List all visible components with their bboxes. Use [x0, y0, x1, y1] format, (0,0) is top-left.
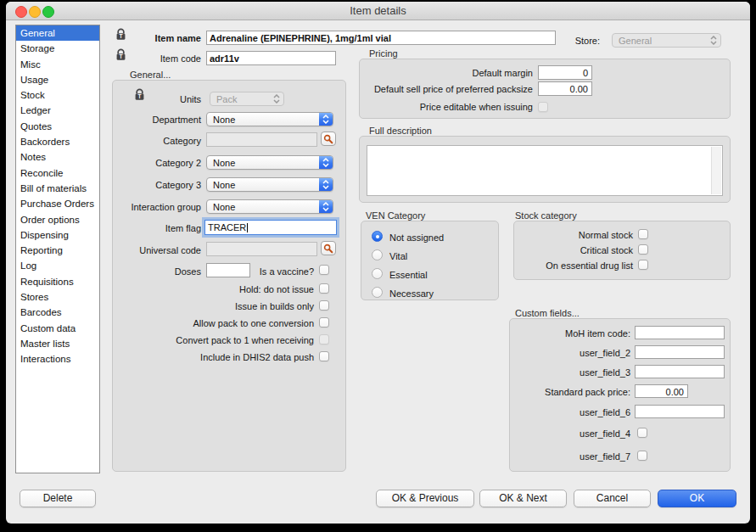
interaction-group-label: Interaction group — [108, 202, 201, 212]
normal-stock-checkbox[interactable] — [638, 229, 648, 239]
store-label: Store: — [553, 36, 600, 46]
ven-not-assigned-radio[interactable] — [372, 231, 383, 242]
sidebar-item-ledger[interactable]: Ledger — [16, 103, 99, 118]
item-code-field[interactable]: adr11v — [206, 51, 336, 65]
user-field-3-label: user_field_3 — [507, 367, 630, 378]
user-field-6-field[interactable] — [635, 405, 725, 418]
sidebar-item-requisitions[interactable]: Requisitions — [16, 274, 99, 289]
standard-pack-price-field[interactable]: 0.00 — [635, 384, 688, 398]
doses-label: Doses — [115, 266, 201, 277]
units-select: Pack — [210, 92, 284, 106]
default-sell-price-label: Default sell price of preferred packsize — [337, 84, 533, 94]
sidebar-item-order-options[interactable]: Order options — [16, 212, 99, 227]
ven-necessary-radio[interactable] — [372, 287, 383, 298]
sidebar-item-log[interactable]: Log — [16, 258, 99, 273]
department-label: Department — [115, 115, 201, 125]
sidebar-item-reporting[interactable]: Reporting — [16, 243, 99, 258]
universal-code-search-button[interactable] — [321, 241, 336, 255]
user-field-3-field[interactable] — [635, 365, 725, 378]
default-sell-price-field[interactable]: 0.00 — [538, 81, 592, 96]
scrollbar[interactable] — [711, 147, 721, 194]
is-a-vaccine-checkbox[interactable] — [319, 265, 329, 275]
sidebar-item-bill-of-materials[interactable]: Bill of materials — [16, 181, 99, 196]
ven-essential-label: Essential — [389, 270, 428, 280]
sidebar-item-reconcile[interactable]: Reconcile — [16, 165, 99, 181]
sidebar-item-custom-data[interactable]: Custom data — [16, 321, 99, 336]
magnifier-icon — [323, 134, 333, 144]
sidebar-item-quotes[interactable]: Quotes — [16, 119, 99, 134]
hold-do-not-issue-checkbox[interactable] — [319, 283, 329, 294]
category2-select[interactable]: None — [206, 155, 333, 170]
ven-not-assigned-label: Not assigned — [389, 232, 444, 243]
category-search-button[interactable] — [321, 132, 336, 146]
titlebar: Item details — [6, 2, 750, 20]
default-margin-field[interactable]: 0 — [538, 65, 592, 80]
category3-select[interactable]: None — [206, 177, 333, 192]
item-name-label: Item name — [116, 33, 201, 43]
sidebar-item-stores[interactable]: Stores — [16, 289, 99, 305]
user-field-7-checkbox[interactable] — [637, 451, 647, 461]
sidebar-item-storage[interactable]: Storage — [16, 41, 99, 56]
item-code-label: Item code — [116, 53, 201, 64]
universal-code-label: Universal code — [115, 245, 201, 255]
item-details-window: Item details General Storage Misc Usage … — [6, 2, 750, 524]
sidebar-item-barcodes[interactable]: Barcodes — [16, 305, 99, 320]
moh-item-code-field[interactable] — [635, 326, 725, 339]
stepper-icon — [319, 200, 333, 213]
sidebar-item-dispensing[interactable]: Dispensing — [16, 227, 99, 243]
sidebar-tab-list: General Storage Misc Usage Stock Ledger … — [15, 25, 100, 473]
user-field-4-checkbox[interactable] — [637, 428, 647, 438]
is-a-vaccine-label: Is a vaccine? — [218, 266, 314, 277]
user-field-6-label: user_field_6 — [507, 407, 630, 417]
item-flag-label: Item flag — [115, 223, 201, 233]
sidebar-item-general[interactable]: General — [16, 25, 99, 41]
ven-vital-radio[interactable] — [372, 249, 383, 260]
sidebar-item-master-lists[interactable]: Master lists — [16, 336, 99, 351]
standard-pack-price-label: Standard pack price: — [507, 387, 630, 397]
stock-category-title: Stock category — [515, 210, 577, 221]
full-description-title: Full description — [369, 126, 432, 136]
sidebar-item-notes[interactable]: Notes — [16, 149, 99, 165]
item-flag-field[interactable]: TRACER — [204, 220, 337, 235]
category-label: Category — [115, 136, 201, 146]
text-cursor — [247, 223, 248, 232]
user-field-2-field[interactable] — [635, 345, 725, 359]
critical-stock-checkbox[interactable] — [638, 244, 648, 255]
full-description-textarea[interactable] — [367, 145, 723, 196]
ok-next-button[interactable]: OK & Next — [479, 490, 567, 507]
sidebar-item-misc[interactable]: Misc — [16, 57, 99, 72]
on-essential-drug-list-label: On essential drug list — [515, 260, 633, 271]
ok-previous-button[interactable]: OK & Previous — [376, 490, 474, 507]
ven-essential-radio[interactable] — [372, 268, 383, 279]
user-field-2-label: user_field_2 — [507, 348, 630, 358]
sidebar-item-interactions[interactable]: Interactions — [16, 351, 99, 367]
stepper-icon — [319, 178, 333, 191]
cancel-button[interactable]: Cancel — [574, 490, 651, 507]
pricing-section-title: Pricing — [369, 48, 398, 59]
general-section-title: General... — [130, 70, 171, 80]
allow-pack-to-one-conversion-checkbox[interactable] — [319, 317, 329, 328]
sidebar-item-backorders[interactable]: Backorders — [16, 134, 99, 149]
item-name-field[interactable]: Adrenaline (EPINEPHRINE), 1mg/1ml vial — [206, 31, 556, 45]
sidebar-item-usage[interactable]: Usage — [16, 72, 99, 87]
ven-necessary-label: Necessary — [389, 288, 434, 299]
stepper-icon — [319, 156, 333, 169]
sidebar-item-stock[interactable]: Stock — [16, 87, 99, 103]
window-title: Item details — [6, 4, 750, 17]
sidebar-item-purchase-orders[interactable]: Purchase Orders — [16, 196, 99, 211]
ok-button[interactable]: OK — [658, 490, 736, 507]
on-essential-drug-list-checkbox[interactable] — [638, 260, 648, 270]
include-in-dhis2-checkbox[interactable] — [319, 351, 329, 361]
department-select[interactable]: None — [206, 112, 333, 126]
issue-in-builds-only-checkbox[interactable] — [319, 300, 329, 311]
price-editable-label: Price editable when issuing — [362, 102, 533, 112]
interaction-group-select[interactable]: None — [206, 199, 333, 214]
convert-pack-to-1-label: Convert pack to 1 when receiving — [142, 335, 314, 345]
price-editable-checkbox — [538, 102, 548, 112]
units-label: Units — [115, 94, 201, 104]
issue-in-builds-only-label: Issue in builds only — [142, 301, 314, 311]
stepper-icon — [707, 34, 720, 47]
magnifier-icon — [323, 244, 333, 254]
delete-button[interactable]: Delete — [20, 490, 96, 507]
allow-pack-to-one-conversion-label: Allow pack to one conversion — [142, 318, 314, 328]
